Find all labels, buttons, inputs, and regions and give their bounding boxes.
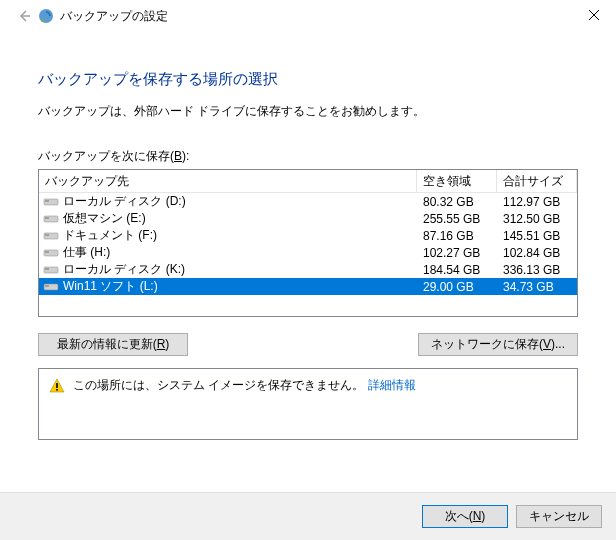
app-icon	[38, 8, 54, 24]
page-subtext: バックアップは、外部ハード ドライブに保存することをお勧めします。	[38, 103, 578, 120]
disk-icon	[43, 213, 59, 225]
drive-row[interactable]: ドキュメント (F:)87.16 GB145.51 GB	[39, 227, 577, 244]
drive-total: 112.97 GB	[497, 195, 577, 209]
disk-icon	[43, 247, 59, 259]
svg-rect-9	[45, 251, 49, 253]
drive-row[interactable]: Win11 ソフト (L:)29.00 GB34.73 GB	[39, 278, 577, 295]
next-button[interactable]: 次へ(N)	[422, 505, 508, 528]
drive-free: 184.54 GB	[417, 263, 497, 277]
drive-name: 仕事 (H:)	[63, 244, 417, 261]
drive-free: 255.55 GB	[417, 212, 497, 226]
details-link[interactable]: 詳細情報	[368, 378, 416, 392]
drive-total: 34.73 GB	[497, 280, 577, 294]
drive-free: 102.27 GB	[417, 246, 497, 260]
svg-rect-13	[45, 285, 49, 287]
svg-rect-3	[45, 200, 49, 202]
drive-free: 29.00 GB	[417, 280, 497, 294]
drive-name: ローカル ディスク (D:)	[63, 193, 417, 210]
window-title: バックアップの設定	[60, 8, 168, 25]
drive-total: 312.50 GB	[497, 212, 577, 226]
disk-icon	[43, 264, 59, 276]
warning-icon	[49, 378, 65, 394]
disk-icon	[43, 230, 59, 242]
drive-free: 87.16 GB	[417, 229, 497, 243]
column-free-space[interactable]: 空き領域	[417, 170, 497, 192]
refresh-button[interactable]: 最新の情報に更新(R)	[38, 333, 188, 356]
drive-list[interactable]: バックアップ先 空き領域 合計サイズ ローカル ディスク (D:)80.32 G…	[38, 169, 578, 317]
page-heading: バックアップを保存する場所の選択	[38, 70, 578, 89]
svg-rect-5	[45, 217, 49, 219]
drive-free: 80.32 GB	[417, 195, 497, 209]
disk-icon	[43, 281, 59, 293]
list-label: バックアップを次に保存(B):	[38, 148, 578, 165]
svg-rect-7	[45, 234, 49, 236]
drive-row[interactable]: 仕事 (H:)102.27 GB102.84 GB	[39, 244, 577, 261]
column-total-size[interactable]: 合計サイズ	[497, 170, 577, 192]
drive-total: 102.84 GB	[497, 246, 577, 260]
save-network-button[interactable]: ネットワークに保存(V)...	[418, 333, 578, 356]
drive-total: 145.51 GB	[497, 229, 577, 243]
disk-icon	[43, 196, 59, 208]
drive-row[interactable]: 仮想マシン (E:)255.55 GB312.50 GB	[39, 210, 577, 227]
footer: 次へ(N) キャンセル	[0, 492, 616, 540]
warning-text: この場所には、システム イメージを保存できません。 詳細情報	[73, 377, 416, 394]
drive-row[interactable]: ローカル ディスク (K:)184.54 GB336.13 GB	[39, 261, 577, 278]
svg-rect-11	[45, 268, 49, 270]
drive-total: 336.13 GB	[497, 263, 577, 277]
column-destination[interactable]: バックアップ先	[39, 170, 417, 192]
drive-name: ドキュメント (F:)	[63, 227, 417, 244]
svg-rect-15	[56, 389, 58, 391]
warning-box: この場所には、システム イメージを保存できません。 詳細情報	[38, 368, 578, 440]
close-button[interactable]	[571, 0, 616, 30]
drive-row[interactable]: ローカル ディスク (D:)80.32 GB112.97 GB	[39, 193, 577, 210]
titlebar: バックアップの設定	[0, 0, 616, 32]
drive-name: Win11 ソフト (L:)	[63, 278, 417, 295]
cancel-button[interactable]: キャンセル	[516, 505, 602, 528]
drive-name: ローカル ディスク (K:)	[63, 261, 417, 278]
svg-rect-14	[56, 383, 58, 388]
content-area: バックアップを保存する場所の選択 バックアップは、外部ハード ドライブに保存する…	[0, 32, 616, 440]
list-buttons: 最新の情報に更新(R) ネットワークに保存(V)...	[38, 333, 578, 356]
drive-name: 仮想マシン (E:)	[63, 210, 417, 227]
list-header: バックアップ先 空き領域 合計サイズ	[39, 170, 577, 193]
back-button[interactable]	[14, 6, 34, 26]
